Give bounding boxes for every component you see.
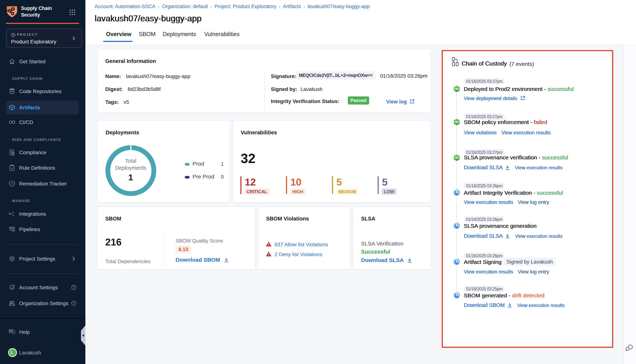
svg-text:?: ? [10,330,12,332]
